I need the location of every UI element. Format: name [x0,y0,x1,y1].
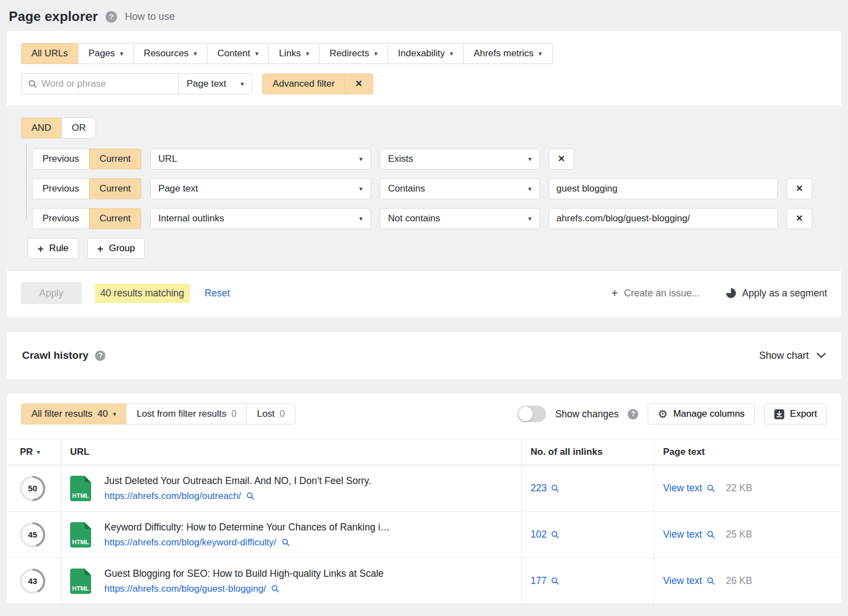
apply-as-segment-button[interactable]: Apply as a segment [726,288,827,299]
magnifier-icon[interactable] [246,492,255,500]
rule-field-select[interactable]: URL ▾ [150,148,371,169]
page-header: Page explorer ? How to use [0,0,848,31]
page-url-link[interactable]: https://ahrefs.com/blog/outreach/ [104,491,241,502]
page-text-cell: View text 26 KB [654,558,841,603]
tab-lost-from-filter-results[interactable]: Lost from filter results 0 [126,403,247,424]
magnifier-icon[interactable] [551,577,559,585]
help-icon[interactable]: ? [105,11,117,23]
how-to-use-link[interactable]: How to use [125,11,174,23]
page-title: Page explorer [9,9,98,24]
caret-down-icon: ▾ [359,215,363,222]
magnifier-icon[interactable] [551,530,559,539]
rule-operator-select[interactable]: Contains ▾ [380,178,540,199]
tab-resources[interactable]: Resources ▾ [133,43,207,64]
results-matching-badge: 40 results matching [95,284,190,303]
manage-columns-button[interactable]: ⚙ Manage columns [648,403,754,424]
show-chart-button[interactable]: Show chart [759,350,826,362]
show-changes-toggle[interactable] [517,406,546,422]
page-rating-ring: 43 [20,569,45,594]
apply-bar: Apply 40 results matching Reset + Create… [7,271,841,317]
magnifier-icon[interactable] [282,538,290,546]
rule-field-select[interactable]: Internal outlinks ▾ [150,208,371,229]
magnifier-icon[interactable] [551,484,559,492]
tab-redirects[interactable]: Redirects ▾ [319,43,388,64]
page-url-link[interactable]: https://ahrefs.com/blog/guest-blogging/ [104,583,266,594]
magnifier-icon[interactable] [707,577,715,585]
add-buttons-row: + Rule + Group [28,238,827,259]
apply-button[interactable]: Apply [21,282,82,304]
view-text-link[interactable]: View text [663,575,702,587]
view-text-link[interactable]: View text [663,529,702,540]
advanced-filter-button[interactable]: Advanced filter [262,73,345,94]
apply-as-segment-label: Apply as a segment [742,288,827,299]
caret-down-icon: ▾ [359,185,363,192]
crawl-history-title: Crawl history [22,349,88,362]
show-changes-label: Show changes [555,408,619,420]
filter-tabs: All URLs Pages ▾ Resources ▾ Content ▾ L… [21,43,553,64]
table-header-row: PR ▾ URL No. of all inlinks Page text [7,439,841,465]
column-header-page-text[interactable]: Page text [654,439,841,465]
clear-advanced-filter-button[interactable]: ✕ [344,73,373,94]
rule-value-input[interactable] [549,178,778,199]
tab-label: All filter results [31,408,93,419]
inlinks-count-link[interactable]: 177 [531,575,547,587]
remove-rule-button[interactable]: ✕ [549,148,574,169]
inlinks-count-link[interactable]: 223 [531,482,547,494]
rule-operator-select[interactable]: Not contains ▾ [380,208,540,229]
page-rating-value: 43 [22,571,43,592]
previous-button[interactable]: Previous [32,148,89,169]
magnifier-icon[interactable] [707,484,715,492]
close-icon: ✕ [355,79,362,88]
page-rating-ring: 50 [20,476,45,501]
rule-value-input[interactable] [549,208,778,229]
results-table: PR ▾ URL No. of all inlinks Page text 50 [7,439,841,603]
export-button[interactable]: Export [764,403,827,424]
tab-ahrefs-metrics[interactable]: Ahrefs metrics ▾ [463,43,553,64]
search-input[interactable] [41,78,172,89]
or-button[interactable]: OR [61,118,97,139]
previous-label: Previous [43,213,79,224]
magnifier-icon[interactable] [271,585,279,593]
tab-all-filter-results[interactable]: All filter results 40 ▾ [21,403,126,424]
previous-button[interactable]: Previous [32,178,89,199]
tab-content[interactable]: Content ▾ [207,43,269,64]
svg-text:HTML: HTML [72,492,89,499]
column-header-inlinks[interactable]: No. of all inlinks [521,439,654,465]
help-icon[interactable]: ? [95,351,105,361]
advanced-filter-panel: AND OR Previous Current URL ▾ [7,105,841,271]
inlinks-cell: 223 [521,465,654,511]
search-scope-select[interactable]: Page text ▾ [178,73,252,94]
tab-links[interactable]: Links ▾ [268,43,320,64]
inlinks-cell: 102 [521,512,654,557]
tab-lost[interactable]: Lost 0 [246,403,295,424]
rule-operator-select[interactable]: Exists ▾ [380,148,540,169]
rule-field-select[interactable]: Page text ▾ [150,178,371,199]
help-icon[interactable]: ? [628,409,638,419]
current-button[interactable]: Current [89,178,141,199]
previous-button[interactable]: Previous [32,208,89,229]
magnifier-icon[interactable] [707,530,715,539]
html-file-icon: HTML [70,476,91,501]
remove-rule-button[interactable]: ✕ [787,208,812,229]
column-header-url[interactable]: URL [61,439,521,465]
inlinks-count-link[interactable]: 102 [531,529,547,540]
tab-indexability[interactable]: Indexability ▾ [388,43,464,64]
column-label: PR [20,447,33,458]
tab-content-label: Content [218,48,251,59]
svg-text:HTML: HTML [72,585,89,592]
caret-down-icon: ▾ [255,50,258,57]
reset-link[interactable]: Reset [205,288,230,299]
and-button[interactable]: AND [21,118,62,139]
remove-rule-button[interactable]: ✕ [787,178,812,199]
view-text-link[interactable]: View text [663,482,702,494]
page-url-link[interactable]: https://ahrefs.com/blog/keyword-difficul… [104,537,277,548]
tab-all-urls[interactable]: All URLs [21,43,78,64]
add-group-button[interactable]: + Group [87,238,145,259]
add-rule-button[interactable]: + Rule [28,238,78,259]
tab-pages[interactable]: Pages ▾ [78,43,134,64]
close-icon: ✕ [796,214,803,223]
current-button[interactable]: Current [89,148,141,169]
current-button[interactable]: Current [89,208,141,229]
create-issue-button[interactable]: + Create an issue... [611,288,699,299]
column-header-pr[interactable]: PR ▾ [7,439,61,465]
